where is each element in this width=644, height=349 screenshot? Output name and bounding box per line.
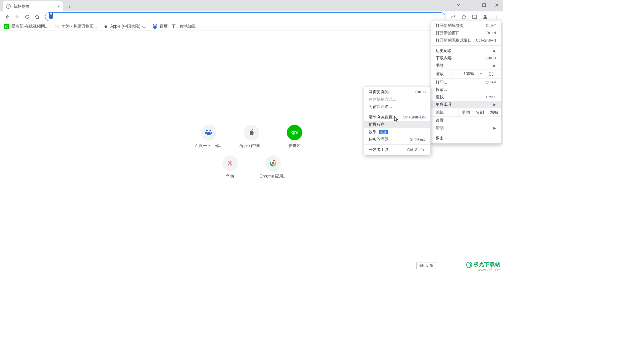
apple-icon [103,24,108,29]
toolbar [0,11,503,22]
submenu-task-manager[interactable]: 任务管理器Shift+Esc [364,136,430,143]
share-icon[interactable] [449,12,458,21]
menu-edit-row: 编辑 剪切 复制 粘贴 [431,108,501,117]
svg-point-10 [206,130,208,132]
shortcuts-grid: 百度一下，你... Apple (中国... iQIYI 爱奇艺 华为 Chro… [171,125,332,186]
bookmark-item[interactable]: iQ 爱奇艺-在线视频网... [4,23,48,29]
cut-button[interactable]: 剪切 [459,108,473,116]
shortcut-label: 百度一下，你... [195,143,222,149]
shortcut-chrome-apps[interactable]: Chrome 应用... [258,155,288,179]
menu-cast[interactable]: 投放... [431,86,501,93]
submenu-save-as[interactable]: 网页另存为...Ctrl+S [364,88,430,96]
titlebar: 新标签页 × + [0,0,503,11]
menu-button[interactable] [492,12,500,21]
zoom-out-button[interactable]: − [451,69,461,78]
fullscreen-button[interactable] [486,69,496,78]
tab-close-icon[interactable]: × [57,4,60,9]
submenu-name-window[interactable]: 为窗口命名... [364,103,430,110]
shortcut-baidu[interactable]: 百度一下，你... [194,125,223,149]
zoom-label: 缩放 [436,71,451,77]
menu-history[interactable]: 历史记录▶ [431,47,501,54]
shortcut-iqiyi[interactable]: iQIYI 爱奇艺 [280,125,309,149]
menu-find[interactable]: 查找...Ctrl+F [431,93,501,101]
shortcut-apple[interactable]: Apple (中国... [237,125,266,149]
bookmark-star-icon[interactable] [460,12,468,21]
menu-new-tab[interactable]: 打开新的标签页Ctrl+T [431,22,501,29]
svg-point-11 [210,130,211,132]
menu-settings[interactable]: 设置 [431,117,501,124]
close-window-button[interactable] [490,0,503,10]
more-tools-submenu: 网页另存为...Ctrl+S 创建快捷方式... 为窗口命名... 清除浏览数据… [364,87,431,155]
globe-icon [6,4,11,9]
svg-point-13 [211,132,212,134]
svg-point-8 [496,16,497,17]
shortcut-label: Apple (中国... [239,143,264,149]
menu-help[interactable]: 帮助▶ [431,124,501,132]
back-button[interactable] [3,12,11,21]
address-bar[interactable] [45,12,445,21]
menu-exit[interactable]: 退出 [431,135,501,142]
forward-button[interactable] [13,12,21,21]
zoom-value: 100% [461,71,476,76]
maximize-button[interactable] [478,0,490,10]
bookmark-label: 爱奇艺-在线视频网... [11,23,48,29]
bookmark-label: 百度一下，你就知道 [160,23,196,29]
main-menu: 打开新的标签页Ctrl+T 打开新的窗口Ctrl+N 打开新的无痕式窗口Ctrl… [431,20,501,144]
shortcut-label: Chrome 应用... [260,173,286,179]
copy-button[interactable]: 复制 [473,108,487,116]
shortcut-label: 华为 [226,173,234,179]
iqiyi-icon: iQ [4,24,9,29]
svg-point-6 [484,15,486,17]
edit-label: 编辑 [431,110,459,115]
new-badge: 新建 [379,130,388,134]
menu-incognito[interactable]: 打开新的无痕式窗口Ctrl+Shift+N [431,37,501,44]
side-panel-icon[interactable] [470,12,479,21]
paste-button[interactable]: 粘贴 [487,108,501,116]
svg-point-7 [496,14,497,15]
bookmark-label: Apple (中国大陆) -... [110,23,146,29]
menu-print[interactable]: 打印...Ctrl+P [431,79,501,86]
submenu-create-shortcut: 创建快捷方式... [364,96,430,103]
tab-title: 新标签页 [13,4,30,9]
submenu-extensions[interactable]: 扩展程序 [364,121,430,128]
watermark-url: www.xz7.com [466,268,500,272]
home-button[interactable] [33,12,42,21]
profile-icon[interactable] [481,12,490,21]
menu-bookmarks[interactable]: 书签▶ [431,62,501,69]
shortcut-huawei[interactable]: 华为 [215,155,245,179]
tab-search-icon[interactable] [452,0,465,10]
site-icon [49,14,53,19]
menu-more-tools[interactable]: 更多工具▶ [431,101,501,108]
reload-button[interactable] [23,12,32,21]
shortcut-label: 爱奇艺 [288,143,301,149]
svg-rect-1 [483,4,486,7]
submenu-clear-data[interactable]: 清除浏览数据...Ctrl+Shift+Del [364,113,430,121]
zoom-in-button[interactable]: + [476,69,486,78]
submenu-dev-tools[interactable]: 开发者工具Ctrl+Shift+I [364,146,430,153]
bookmark-label: 华为 - 构建万物互... [62,23,97,29]
bookmark-item[interactable]: 百度一下，你就知道 [152,23,196,29]
svg-point-15 [272,162,274,164]
watermark-title: 极光下载站 [474,261,500,268]
baidu-icon [152,24,158,29]
menu-new-window[interactable]: 打开新的窗口Ctrl+N [431,29,501,37]
browser-tab[interactable]: 新标签页 × [3,1,63,11]
submenu-performance[interactable]: 效果新建 [364,128,430,136]
watermark-logo-icon [465,261,473,268]
svg-rect-4 [473,15,477,18]
new-tab-button[interactable]: + [65,3,74,11]
svg-point-9 [496,18,497,19]
huawei-icon [54,24,60,29]
menu-zoom-row: 缩放 − 100% + [431,69,501,79]
bookmark-item[interactable]: 华为 - 构建万物互... [54,23,97,29]
menu-downloads[interactable]: 下载内容Ctrl+J [431,54,501,62]
watermark: 极光下载站 www.xz7.com [466,261,500,272]
window-controls [452,0,503,10]
ime-indicator[interactable]: EN ♫ 简 [416,262,436,269]
bookmarks-bar: iQ 爱奇艺-在线视频网... 华为 - 构建万物互... Apple (中国大… [0,22,503,31]
bookmark-item[interactable]: Apple (中国大陆) -... [103,23,146,29]
minimize-button[interactable] [465,0,478,10]
svg-point-12 [205,132,207,134]
